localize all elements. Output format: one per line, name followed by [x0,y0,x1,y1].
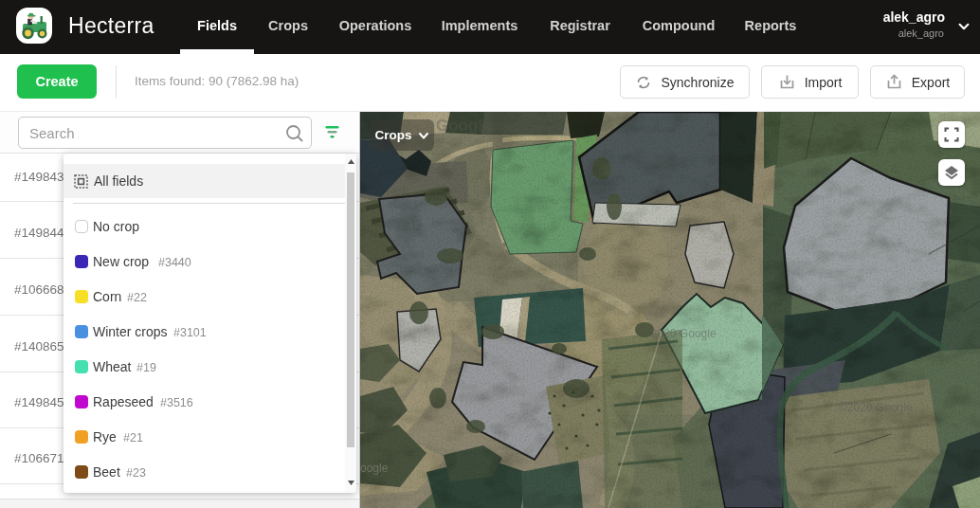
svg-text:©2020 Google: ©2020 Google [839,401,913,414]
svg-text:Google: Google [436,117,492,135]
svg-text:©2020 Google: ©2020 Google [643,327,717,340]
svg-text:oogle: oogle [360,462,389,475]
